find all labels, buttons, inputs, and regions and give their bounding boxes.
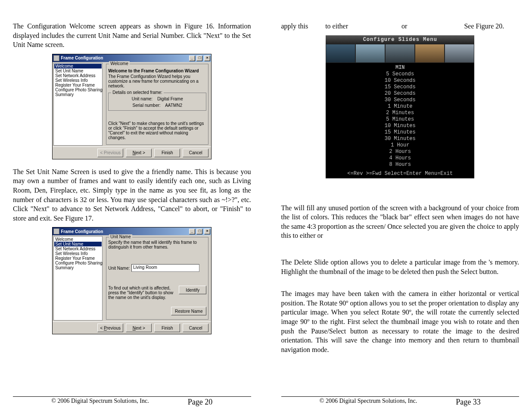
- osd-item[interactable]: 15 Seconds: [326, 84, 474, 90]
- osd-item[interactable]: 10 Seconds: [326, 78, 474, 84]
- previous-button: < Previous: [97, 149, 123, 157]
- nav-set-wireless-info[interactable]: Set Wireless Info: [54, 251, 102, 256]
- app-icon: [53, 228, 59, 234]
- app-icon: [53, 55, 59, 61]
- unitname-value: Digital Frame: [157, 97, 183, 101]
- close-button[interactable]: ×: [204, 229, 210, 234]
- osd-item[interactable]: 30 Seconds: [326, 97, 474, 103]
- delete-slide-paragraph: The Delete Slide option allows you to de…: [281, 258, 520, 276]
- unitname-field-label: Unit Name:: [108, 266, 130, 271]
- window-title: Frame Configuration: [61, 229, 188, 234]
- welcome-heading: Welcome to the Frame Configuration Wizar…: [108, 68, 206, 73]
- details-legend: Details on selected frame:: [111, 90, 164, 95]
- cancel-button[interactable]: Cancel: [183, 324, 208, 332]
- nav-configure-photo-sharing[interactable]: Configure Photo Sharing: [54, 261, 102, 265]
- nav-register-your-frame[interactable]: Register Your Frame: [54, 83, 102, 87]
- intro-paragraph-1: The Configuration Welcome screen appears…: [13, 22, 251, 50]
- osd-item[interactable]: 2 Hours: [326, 149, 474, 155]
- wizard-nav[interactable]: Welcome Set Unit Name Set Network Addres…: [53, 236, 103, 321]
- next-button[interactable]: Next >: [126, 324, 152, 332]
- close-button[interactable]: ×: [204, 56, 210, 61]
- wizard-nav[interactable]: Welcome Set Unit Name Set Network Addres…: [53, 63, 103, 146]
- page-number-left: Page 20: [188, 398, 213, 407]
- nav-set-network-address[interactable]: Set Network Address: [54, 73, 102, 78]
- nav-set-wireless-info[interactable]: Set Wireless Info: [54, 78, 102, 83]
- cancel-button[interactable]: Cancel: [183, 149, 208, 157]
- welcome-hint: Click "Next" to make changes to the unit…: [108, 121, 206, 140]
- welcome-legend: Welcome: [109, 61, 130, 66]
- intro-paragraph-2: The Set Unit Name Screen is used to give…: [13, 167, 251, 223]
- configure-slides-menu: Configure Slides Menu MIN 5 Seconds 10 S…: [326, 35, 474, 178]
- osd-item[interactable]: 5 Seconds: [326, 71, 474, 78]
- unitname-input[interactable]: Living Room: [131, 264, 199, 272]
- nav-welcome[interactable]: Welcome: [54, 237, 102, 242]
- right-top-fragment: apply this to either or See Figure 20.: [281, 22, 520, 31]
- copyright-right: © 2006 Digital Spectrum Solutions, Inc.: [320, 398, 417, 407]
- nav-set-network-address[interactable]: Set Network Address: [54, 246, 102, 251]
- minimize-button[interactable]: _: [189, 56, 195, 61]
- titlebar[interactable]: Frame Configuration _ □ ×: [53, 54, 211, 62]
- osd-item[interactable]: 2 Minutes: [326, 110, 474, 116]
- unitname-label: Unit name:: [132, 97, 152, 101]
- osd-item[interactable]: 30 Minutes: [326, 136, 474, 142]
- welcome-desc: The Frame Configuration Wizard helps you…: [108, 74, 206, 88]
- nav-welcome[interactable]: Welcome: [54, 64, 102, 68]
- background-paragraph: The will fill any unused portion of the …: [281, 203, 520, 240]
- previous-button[interactable]: < Previous: [97, 324, 123, 332]
- serial-label: Serial number:: [133, 103, 161, 108]
- window-title: Frame Configuration: [61, 56, 188, 60]
- copyright-left: © 2006 Digital Spectrum Solutions, Inc.: [51, 398, 149, 407]
- osd-item[interactable]: 15 Minutes: [326, 129, 474, 136]
- finish-button[interactable]: Finish: [154, 324, 180, 332]
- osd-item[interactable]: 20 Seconds: [326, 90, 474, 97]
- finish-button[interactable]: Finish: [154, 149, 180, 157]
- osd-thumbnails: [326, 44, 474, 63]
- unitname-desc: Specify the name that will identify this…: [108, 240, 206, 249]
- minimize-button[interactable]: _: [189, 229, 195, 234]
- osd-item[interactable]: 5 Minutes: [326, 116, 474, 123]
- rotate-paragraph: The images may have been taken with the …: [281, 289, 520, 354]
- osd-item[interactable]: 1 Hour: [326, 142, 474, 149]
- osd-item[interactable]: 1 Minute: [326, 103, 474, 110]
- nav-summary[interactable]: Summary: [54, 265, 102, 270]
- maximize-button[interactable]: □: [196, 56, 202, 61]
- nav-set-unit-name[interactable]: Set Unit Name: [54, 242, 102, 246]
- osd-item[interactable]: 10 Minutes: [326, 123, 474, 129]
- nav-configure-photo-sharing[interactable]: Configure Photo Sharing: [54, 87, 102, 92]
- identify-button[interactable]: Identify: [179, 286, 206, 294]
- unitname-legend: Unit Name: [109, 234, 132, 239]
- restore-name-button[interactable]: Restore Name: [171, 307, 206, 315]
- osd-item[interactable]: 4 Hours: [326, 155, 474, 162]
- page-number-right: Page 33: [456, 398, 481, 407]
- maximize-button[interactable]: □: [196, 229, 202, 234]
- nav-summary[interactable]: Summary: [54, 92, 102, 97]
- identify-hint: To find out which unit is affected, pres…: [108, 286, 175, 300]
- osd-item[interactable]: 8 Hours: [326, 162, 474, 168]
- osd-title: Configure Slides Menu: [326, 35, 474, 44]
- nav-set-unit-name[interactable]: Set Unit Name: [54, 68, 102, 73]
- next-button[interactable]: Next >: [126, 149, 152, 157]
- nav-register-your-frame[interactable]: Register Your Frame: [54, 256, 102, 261]
- frame-config-dialog-unitname: Frame Configuration _ □ × Welcome Set Un…: [52, 227, 212, 334]
- osd-col-header: MIN: [326, 65, 474, 71]
- serial-value: AATMN2: [165, 103, 182, 108]
- osd-footer-hint: <=Rev >=Fwd Select=Enter Menu=Exit: [326, 171, 474, 177]
- frame-config-dialog-welcome: Frame Configuration _ □ × Welcome Set Un…: [52, 54, 212, 159]
